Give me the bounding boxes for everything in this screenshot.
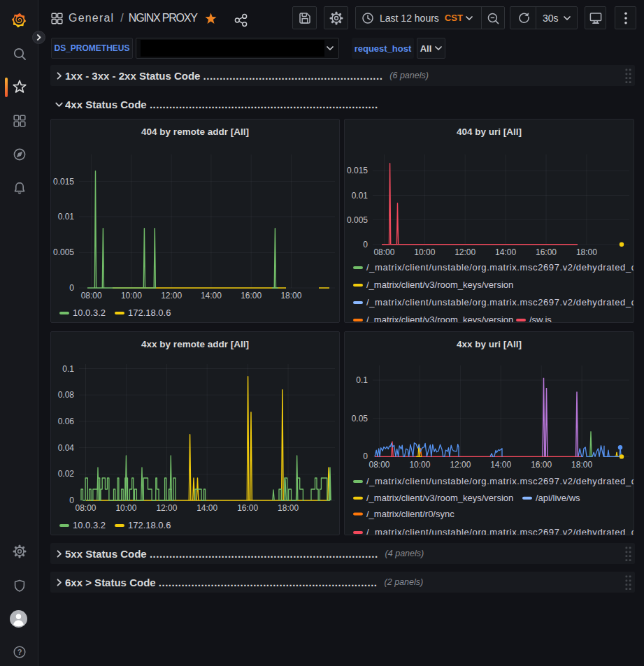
svg-text:12:00: 12:00 (161, 291, 182, 301)
svg-text:0.08: 0.08 (58, 390, 75, 400)
svg-text:16:00: 16:00 (531, 460, 552, 470)
svg-text:404 by remote addr [All]: 404 by remote addr [All] (141, 126, 249, 137)
svg-text:18:00: 18:00 (280, 291, 301, 301)
svg-text:10:00: 10:00 (121, 291, 142, 301)
svg-text:4xx by remote addr [All]: 4xx by remote addr [All] (141, 339, 249, 349)
svg-text:0.01: 0.01 (58, 212, 75, 222)
svg-text:08:00: 08:00 (373, 247, 394, 257)
svg-text:?: ? (17, 648, 22, 656)
svg-text:18:00: 18:00 (576, 247, 597, 257)
svg-text:18:00: 18:00 (571, 460, 592, 470)
svg-text:14:00: 14:00 (196, 503, 217, 513)
svg-text:0.015: 0.015 (347, 166, 368, 175)
svg-text:08:00: 08:00 (368, 460, 389, 470)
svg-text:0.02: 0.02 (58, 469, 75, 479)
svg-text:0.015: 0.015 (53, 177, 74, 187)
svg-text:172.18.0.6: 172.18.0.6 (128, 520, 171, 530)
svg-text:/_matrix/client/unstable/org.m: /_matrix/client/unstable/org.matrix.msc2… (366, 476, 634, 486)
svg-text:12:00: 12:00 (450, 460, 471, 470)
svg-text:0.005: 0.005 (53, 247, 74, 257)
svg-text:4xx by uri [All]: 4xx by uri [All] (457, 339, 522, 349)
svg-text:0.01: 0.01 (352, 191, 368, 201)
svg-text:/_matrix/client/unstable/org.m: /_matrix/client/unstable/org.matrix.msc2… (366, 527, 634, 535)
svg-text:12:00: 12:00 (156, 503, 177, 513)
svg-text:/_matrix/client/v3/room_keys/v: /_matrix/client/v3/room_keys/version (366, 493, 513, 503)
svg-text:172.18.0.6: 172.18.0.6 (128, 307, 171, 318)
svg-text:14:00: 14:00 (490, 460, 511, 470)
svg-text:0: 0 (363, 451, 368, 461)
svg-text:16:00: 16:00 (536, 247, 557, 257)
svg-text:404 by uri [All]: 404 by uri [All] (457, 126, 522, 137)
svg-text:16:00: 16:00 (241, 291, 262, 301)
svg-text:0.1: 0.1 (62, 364, 74, 374)
svg-text:08:00: 08:00 (81, 291, 102, 301)
svg-text:12:00: 12:00 (455, 247, 475, 257)
svg-text:08:00: 08:00 (75, 503, 96, 513)
svg-text:/_matrix/client/v3/room_keys/v: /_matrix/client/v3/room_keys/version (366, 314, 513, 322)
svg-text:/_matrix/client/r0/sync: /_matrix/client/r0/sync (366, 509, 455, 519)
svg-text:0.04: 0.04 (58, 443, 75, 453)
svg-text:0.06: 0.06 (58, 417, 75, 426)
svg-text:/_matrix/client/v3/room_keys/v: /_matrix/client/v3/room_keys/version (366, 280, 513, 290)
svg-text:10.0.3.2: 10.0.3.2 (73, 307, 106, 318)
svg-text:0: 0 (363, 240, 368, 249)
svg-text:10:00: 10:00 (409, 460, 430, 470)
svg-text:/_matrix/client/unstable/org.m: /_matrix/client/unstable/org.matrix.msc2… (366, 297, 634, 307)
svg-text:0: 0 (69, 283, 74, 293)
svg-text:10.0.3.2: 10.0.3.2 (73, 520, 106, 530)
svg-text:/api/live/ws: /api/live/ws (536, 493, 580, 503)
svg-text:0.05: 0.05 (352, 414, 368, 424)
svg-text:18:00: 18:00 (278, 503, 299, 513)
svg-text:10:00: 10:00 (414, 247, 435, 257)
svg-text:0: 0 (69, 495, 74, 505)
svg-text:14:00: 14:00 (201, 291, 222, 301)
svg-text:/_matrix/client/unstable/org.m: /_matrix/client/unstable/org.matrix.msc2… (366, 262, 634, 273)
svg-text:/sw.js: /sw.js (529, 314, 552, 322)
svg-text:10:00: 10:00 (115, 503, 136, 513)
svg-text:0.1: 0.1 (356, 375, 368, 385)
svg-text:0.005: 0.005 (347, 215, 368, 225)
svg-text:16:00: 16:00 (237, 503, 258, 513)
svg-text:14:00: 14:00 (495, 247, 516, 257)
